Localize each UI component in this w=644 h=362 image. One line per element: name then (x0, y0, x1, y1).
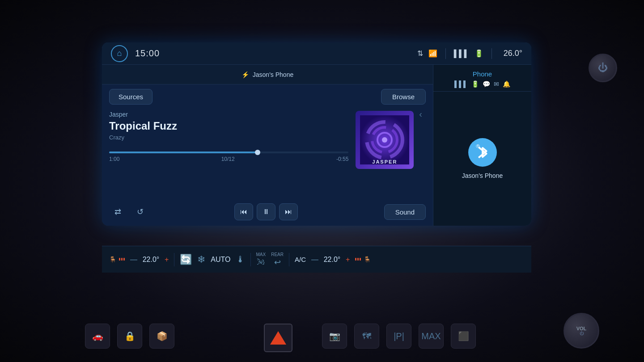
battery-icon: 🔋 (475, 49, 483, 58)
progress-thumb (255, 150, 260, 155)
usb-icon: ⚡ (242, 71, 249, 78)
cell-signal-icon: ▌▌▌ (454, 50, 469, 58)
repeat-button[interactable]: ↺ (131, 203, 148, 220)
climate-divider-3 (289, 253, 289, 266)
heat-lines-left (119, 258, 125, 261)
trunk-button[interactable]: 📦 (149, 324, 174, 349)
right-seat-heat[interactable]: 🪑 (355, 256, 371, 263)
track-area: Jasper Tropical Fuzz Crazy 1:00 10/12 -0… (102, 109, 433, 200)
progress-bar-bg (109, 152, 348, 153)
time-remaining: -0:55 (336, 156, 348, 162)
climate-divider-1 (174, 253, 174, 266)
album-name: Crazy (109, 134, 348, 141)
rear-group[interactable]: REAR ↩ (271, 252, 284, 267)
defrost-front-icon[interactable]: 🌡 (236, 254, 245, 265)
main-content: ⚡ Jason's Phone Sources Browse Jasper Tr… (102, 65, 531, 226)
next-button[interactable]: ⏭ (279, 203, 298, 220)
phone-panel-title: Phone (441, 70, 524, 78)
album-art-label: JASPER (372, 159, 397, 164)
svg-point-4 (382, 137, 387, 143)
home-button[interactable]: ⌂ (111, 45, 128, 62)
left-temp-control: — 22.0° + (130, 256, 169, 264)
door-unlock-button[interactable]: 🔒 (117, 324, 142, 349)
wifi-icon: 📶 (428, 49, 437, 58)
steering-wheel-icon[interactable]: 🔄 (180, 254, 192, 265)
phone-panel-header: Phone ▌▌▌ 🔋 💬 ✉ 🔔 (433, 65, 531, 92)
right-temp-minus[interactable]: — (311, 256, 318, 264)
shuffle-icon: ⇄ (114, 207, 121, 217)
status-bar: ⌂ 15:00 ⇅ 📶 ▌▌▌ 🔋 26.0° (102, 42, 531, 65)
signal-icon: ⇅ (417, 49, 423, 58)
bluetooth-icon-circle[interactable]: ® (468, 138, 497, 167)
separator-2 (491, 48, 492, 59)
seat-heat-left-icon: 🪑 (109, 256, 116, 263)
usb-header: ⚡ Jason's Phone (102, 65, 433, 84)
physical-buttons-left: 🚗 🔒 📦 (85, 324, 174, 349)
previous-button[interactable]: ⏮ (234, 203, 253, 220)
media-top-controls: Sources Browse (102, 84, 433, 109)
max-label: MAX (256, 252, 266, 257)
left-temp-value: 22.0° (141, 256, 161, 264)
infotainment-screen: ⌂ 15:00 ⇅ 📶 ▌▌▌ 🔋 26.0° ⚡ Jason's Phone … (102, 42, 531, 226)
right-temp-plus[interactable]: + (346, 256, 350, 264)
right-temp-value: 22.0° (322, 256, 342, 264)
max-button[interactable]: MAX (419, 324, 444, 349)
nav-button[interactable]: 🗺 (354, 324, 379, 349)
physical-buttons-right: 📷 🗺 |P| MAX ⬛ (322, 324, 476, 349)
phone-panel: Phone ▌▌▌ 🔋 💬 ✉ 🔔 ® Jason's Phone (433, 65, 531, 226)
phone-status-icons: ▌▌▌ 🔋 💬 ✉ 🔔 (441, 80, 524, 88)
climate-bar: 🪑 — 22.0° + 🔄 ❄ AUTO 🌡 MAX 🌬 REAR ↩ A/C … (102, 246, 531, 273)
door-lock-button[interactable]: 🚗 (85, 324, 110, 349)
phone-battery-icon: 🔋 (471, 80, 479, 88)
left-seat-heat[interactable]: 🪑 (109, 256, 125, 263)
right-temp-control: — 22.0° + (311, 256, 350, 264)
left-temp-minus[interactable]: — (130, 256, 137, 264)
media-panel: ⚡ Jason's Phone Sources Browse Jasper Tr… (102, 65, 433, 226)
phone-message-icon: 💬 (483, 80, 490, 88)
rear-btn[interactable]: ⬛ (451, 324, 476, 349)
sources-button[interactable]: Sources (109, 89, 153, 105)
artist-name: Jasper (109, 111, 348, 118)
power-icon-vol: ⏻ (580, 331, 584, 336)
track-info: Jasper Tropical Fuzz Crazy 1:00 10/12 -0… (109, 109, 348, 195)
expand-chevron-button[interactable]: ‹ (415, 109, 426, 119)
rear-label: REAR (271, 252, 284, 257)
hazard-button-container[interactable] (264, 324, 292, 352)
volume-knob[interactable]: VOL ⏻ (564, 313, 599, 349)
audio-button[interactable]: |P| (386, 324, 411, 349)
playback-controls: ⇄ ↺ ⏮ ⏸ ⏭ Sound (102, 200, 433, 226)
left-temp-plus[interactable]: + (165, 256, 169, 264)
progress-bar-fill (109, 152, 258, 153)
bluetooth-device-name: Jason's Phone (462, 172, 503, 179)
pause-button[interactable]: ⏸ (257, 203, 275, 220)
prev-icon: ⏮ (240, 208, 247, 216)
hazard-triangle-icon (270, 331, 286, 345)
max-front-group[interactable]: MAX 🌬 (256, 252, 266, 267)
shuffle-button[interactable]: ⇄ (109, 203, 126, 220)
browse-button[interactable]: Browse (381, 89, 426, 105)
phone-signal-icon: ▌▌▌ (454, 80, 468, 88)
temperature-display: 26.0° (504, 49, 522, 58)
cam-button[interactable]: 📷 (322, 324, 347, 349)
playback-main-controls: ⏮ ⏸ ⏭ (154, 203, 379, 220)
power-button[interactable]: ⏻ (589, 54, 617, 82)
climate-divider-2 (250, 253, 251, 266)
home-icon: ⌂ (117, 49, 122, 58)
progress-container[interactable]: 1:00 10/12 -0:55 (109, 152, 348, 162)
seat-heat-right-icon: 🪑 (364, 256, 371, 263)
status-icons-group: ⇅ 📶 ▌▌▌ 🔋 26.0° (417, 48, 522, 59)
clock-display: 15:00 (135, 48, 160, 59)
fan-icon[interactable]: ❄ (197, 254, 205, 265)
vol-label: VOL (576, 326, 587, 331)
auto-label[interactable]: AUTO (211, 256, 230, 264)
track-title: Tropical Fuzz (109, 120, 348, 132)
time-row: 1:00 10/12 -0:55 (109, 156, 348, 162)
hazard-button[interactable] (264, 324, 292, 352)
rear-icon: ↩ (274, 257, 281, 267)
bluetooth-section: ® Jason's Phone (433, 92, 531, 226)
phone-bell-icon: 🔔 (503, 80, 510, 88)
bluetooth-icon: ® (475, 143, 491, 162)
heat-lines-right (355, 258, 361, 261)
ac-label[interactable]: A/C (295, 256, 306, 263)
sound-button[interactable]: Sound (384, 204, 426, 220)
